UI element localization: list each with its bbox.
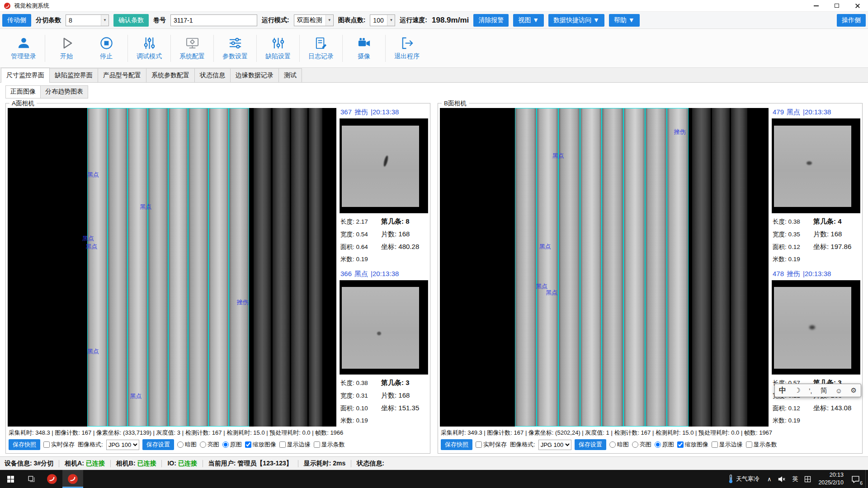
status-info-label: 状态信息: (357, 460, 384, 468)
subtab-trend-chart[interactable]: 分布趋势图表 (40, 85, 88, 99)
realtime-save-input[interactable] (43, 441, 50, 448)
zoom-image-input[interactable] (245, 441, 251, 448)
tab-defect-monitor[interactable]: 缺陷监控界面 (49, 68, 98, 83)
operate-side-button[interactable]: 操作侧 (837, 14, 866, 27)
dark-image-input[interactable] (177, 441, 184, 448)
original-image-input[interactable] (222, 441, 229, 448)
view-menu-button[interactable]: 视图 ▼ (513, 14, 544, 27)
defect-card[interactable]: 479 黑点 |20:13:38 长度: 0.38 第几条: 4 宽度: 0.3… (772, 108, 860, 265)
tab-product-model[interactable]: 产品型号配置 (98, 68, 146, 83)
drive-side-button[interactable]: 传动侧 (2, 14, 31, 27)
image-format-select[interactable]: JPG 100 (538, 440, 571, 450)
original-image-radio[interactable]: 原图 (655, 441, 674, 449)
tab-size-monitor[interactable]: 尺寸监控界面 (1, 68, 50, 83)
debug-mode-button[interactable]: 调试模式 (129, 31, 169, 66)
chart-points-select[interactable]: 100▼ (370, 14, 395, 26)
minimize-button[interactable] (806, 0, 826, 11)
roll-number-input[interactable] (170, 14, 257, 26)
close-button[interactable] (847, 0, 868, 11)
task-view-button[interactable] (21, 470, 42, 488)
original-image-radio[interactable]: 原图 (222, 441, 242, 449)
bright-image-radio[interactable]: 亮图 (200, 441, 219, 449)
exit-program-button[interactable]: 退出程序 (387, 31, 427, 66)
defect-card-header: 366 黑点 |20:13:38 (340, 270, 428, 280)
window-controls (806, 0, 868, 11)
save-settings-button[interactable]: 保存设置 (575, 439, 606, 450)
save-snapshot-button[interactable]: 保存快照 (9, 439, 40, 450)
subtab-front-image[interactable]: 正面图像 (5, 85, 41, 99)
start-button[interactable]: 开始 (47, 31, 86, 66)
original-image-input[interactable] (655, 441, 661, 448)
clear-alarm-button[interactable]: 清除报警 (473, 14, 509, 27)
save-snapshot-button[interactable]: 保存快照 (441, 439, 472, 450)
input-method-button[interactable] (801, 470, 814, 488)
defect-card[interactable]: 366 黑点 |20:13:38 长度: 0.38 第几条: 3 宽度: 0.3… (340, 270, 428, 427)
realtime-save-input[interactable] (476, 441, 482, 448)
confirm-count-button[interactable]: 确认条数 (113, 14, 149, 27)
bright-image-input[interactable] (200, 441, 206, 448)
hidden-icons-chevron[interactable]: ∧ (764, 470, 775, 488)
ime-punctuation-icon[interactable]: ’, (809, 387, 812, 394)
tab-edge-data[interactable]: 边缘数据记录 (230, 68, 279, 83)
param-settings-button[interactable]: 参数设置 (215, 31, 255, 66)
zoom-image-checkbox[interactable]: 缩放图像 (245, 441, 276, 449)
app-icon (67, 473, 79, 485)
taskbar-app-1[interactable] (42, 470, 62, 488)
show-strips-input[interactable] (746, 441, 752, 448)
tab-status-info[interactable]: 状态信息 (194, 68, 231, 83)
zoom-image-input[interactable] (677, 441, 684, 448)
image-format-select[interactable]: JPG 100 (106, 440, 139, 450)
ime-moon-icon[interactable]: ☽ (794, 386, 800, 394)
volume-muted-button[interactable] (774, 470, 789, 488)
weather-widget[interactable]: 天气寒冷 (724, 470, 764, 488)
weather-text: 天气寒冷 (736, 475, 760, 483)
show-edge-input[interactable] (279, 441, 286, 448)
defect-settings-button[interactable]: 缺陷设置 (258, 31, 298, 66)
log-record-button[interactable]: 日志记录 (301, 31, 341, 66)
play-icon (60, 36, 74, 50)
run-mode-select[interactable]: 双面检测▼ (294, 14, 334, 26)
realtime-save-checkbox[interactable]: 实时保存 (476, 441, 507, 449)
stat-meters: 米数: 0.19 (340, 417, 380, 425)
show-strips-checkbox[interactable]: 显示条数 (746, 441, 777, 449)
realtime-save-checkbox[interactable]: 实时保存 (43, 441, 75, 449)
ime-settings-icon[interactable]: ⚙ (850, 386, 856, 394)
tab-test[interactable]: 测试 (278, 68, 302, 83)
zoom-image-checkbox[interactable]: 缩放图像 (677, 441, 708, 449)
strip-count-select[interactable]: 8▼ (66, 14, 109, 26)
tab-system-params[interactable]: 系统参数配置 (146, 68, 195, 83)
show-strips-input[interactable] (314, 441, 320, 448)
dark-image-input[interactable] (609, 441, 616, 448)
ime-mode-chinese[interactable]: 中 (779, 386, 786, 395)
show-edge-checkbox[interactable]: 显示边缘 (712, 441, 743, 449)
speaker-mute-icon (778, 476, 786, 483)
display-time: 显示耗时: 2ms (304, 460, 346, 468)
show-edge-input[interactable] (712, 441, 718, 448)
dark-image-radio[interactable]: 暗图 (177, 441, 197, 449)
capture-button[interactable]: 摄像 (344, 31, 384, 66)
show-edge-checkbox[interactable]: 显示边缘 (279, 441, 311, 449)
ime-emoji-icon[interactable]: ☺ (835, 387, 842, 394)
defect-card[interactable]: 367 挫伤 |20:13:38 长度: 2.17 第几条: 8 宽度: 0.5… (340, 108, 428, 265)
language-indicator[interactable]: 英 (789, 470, 801, 488)
dark-image-radio[interactable]: 暗图 (609, 441, 629, 449)
maximize-button[interactable] (826, 0, 847, 11)
main-toolbar: 传动侧 分切条数 8▼ 确认条数 卷号 运行模式: 双面检测▼ 图表点数: 10… (0, 12, 868, 29)
bright-image-input[interactable] (632, 441, 638, 448)
save-settings-button[interactable]: 保存设置 (142, 439, 174, 450)
taskbar-clock[interactable]: 20:13 2025/2/10 (814, 471, 848, 487)
bright-image-radio[interactable]: 亮图 (632, 441, 651, 449)
defect-card[interactable]: 478 挫伤 |20:13:38 长度: 0.57 第几条: 3 宽度: 0.2… (772, 270, 860, 427)
taskbar-app-2-active[interactable] (62, 470, 83, 488)
data-quick-access-button[interactable]: 数据快捷访问 ▼ (548, 14, 604, 27)
start-button[interactable] (0, 470, 21, 488)
show-desktop-button[interactable] (865, 470, 868, 488)
defect-type: 黑点 (787, 108, 800, 117)
show-strips-checkbox[interactable]: 显示条数 (314, 441, 345, 449)
ime-simplified-icon[interactable]: 简 (821, 386, 827, 395)
system-config-button[interactable]: 系统配置 (172, 31, 212, 66)
admin-login-button[interactable]: 管理登录 (4, 31, 43, 66)
notification-center-button[interactable]: 6 (848, 470, 865, 488)
help-menu-button[interactable]: 帮助 ▼ (609, 14, 640, 27)
stop-button[interactable]: 停止 (86, 31, 126, 66)
